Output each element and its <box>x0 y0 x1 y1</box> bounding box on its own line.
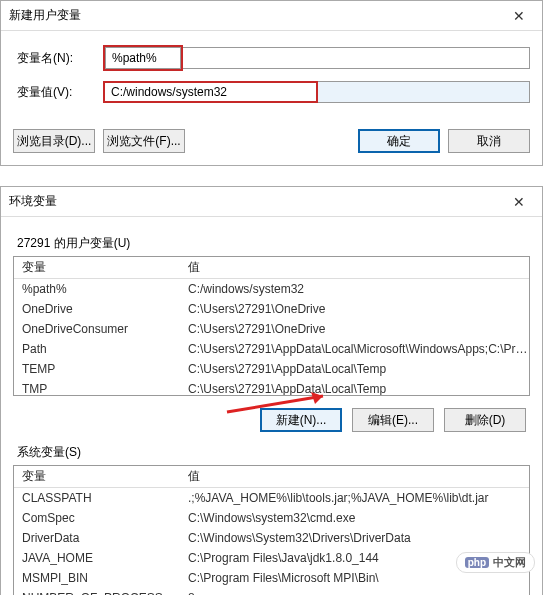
close-icon[interactable]: ✕ <box>504 194 534 210</box>
cell-var: TMP <box>14 382 184 396</box>
php-badge: php <box>465 557 489 568</box>
browse-dir-button[interactable]: 浏览目录(D)... <box>13 129 95 153</box>
ok-button[interactable]: 确定 <box>358 129 440 153</box>
cell-var: DriverData <box>14 531 184 545</box>
cell-var: TEMP <box>14 362 184 376</box>
table-row[interactable]: OneDriveC:\Users\27291\OneDrive <box>14 299 529 319</box>
new-button[interactable]: 新建(N)... <box>260 408 342 432</box>
cell-val: C:/windows/system32 <box>184 282 529 296</box>
col-var: 变量 <box>14 259 184 276</box>
cell-val: 8 <box>184 591 529 595</box>
new-user-var-dialog: 新建用户变量 ✕ 变量名(N): 变量值(V): 浏览目录(D)... 浏览文件… <box>0 0 543 166</box>
cell-val: C:\Users\27291\AppData\Local\Microsoft\W… <box>184 342 529 356</box>
cell-var: OneDrive <box>14 302 184 316</box>
cell-val: C:\Windows\system32\cmd.exe <box>184 511 529 525</box>
cell-var: JAVA_HOME <box>14 551 184 565</box>
delete-button[interactable]: 删除(D) <box>444 408 526 432</box>
var-value-input-highlight[interactable] <box>103 81 318 103</box>
logo-text: 中文网 <box>493 555 526 570</box>
table-row[interactable]: ComSpecC:\Windows\system32\cmd.exe <box>14 508 529 528</box>
table-row[interactable]: NUMBER_OF_PROCESSORS8 <box>14 588 529 595</box>
list-header: 变量 值 <box>14 466 529 488</box>
watermark-logo: php 中文网 <box>456 552 535 573</box>
col-val: 值 <box>184 468 529 485</box>
dialog-title: 新建用户变量 <box>9 7 81 24</box>
env-vars-dialog: 环境变量 ✕ 27291 的用户变量(U) 变量 值 %path%C:/wind… <box>0 186 543 595</box>
cell-var: Path <box>14 342 184 356</box>
titlebar: 环境变量 ✕ <box>1 187 542 217</box>
col-val: 值 <box>184 259 529 276</box>
table-row[interactable]: PathC:\Users\27291\AppData\Local\Microso… <box>14 339 529 359</box>
sys-vars-label: 系统变量(S) <box>17 444 530 461</box>
var-value-label: 变量值(V): <box>13 84 103 101</box>
sys-vars-list[interactable]: 变量 值 CLASSPATH.;%JAVA_HOME%\lib\tools.ja… <box>13 465 530 595</box>
user-vars-list[interactable]: 变量 值 %path%C:/windows/system32OneDriveC:… <box>13 256 530 396</box>
cell-val: C:\Program Files\Microsoft MPI\Bin\ <box>184 571 529 585</box>
edit-button[interactable]: 编辑(E)... <box>352 408 434 432</box>
user-vars-label: 27291 的用户变量(U) <box>17 235 530 252</box>
cell-var: %path% <box>14 282 184 296</box>
cancel-button[interactable]: 取消 <box>448 129 530 153</box>
cell-var: MSMPI_BIN <box>14 571 184 585</box>
cell-var: NUMBER_OF_PROCESSORS <box>14 591 184 595</box>
cell-val: C:\Users\27291\OneDrive <box>184 302 529 316</box>
table-row[interactable]: %path%C:/windows/system32 <box>14 279 529 299</box>
table-row[interactable]: CLASSPATH.;%JAVA_HOME%\lib\tools.jar;%JA… <box>14 488 529 508</box>
cell-val: C:\Windows\System32\Drivers\DriverData <box>184 531 529 545</box>
table-row[interactable]: DriverDataC:\Windows\System32\Drivers\Dr… <box>14 528 529 548</box>
table-row[interactable]: OneDriveConsumerC:\Users\27291\OneDrive <box>14 319 529 339</box>
browse-file-button[interactable]: 浏览文件(F)... <box>103 129 185 153</box>
col-var: 变量 <box>14 468 184 485</box>
dialog-title: 环境变量 <box>9 193 57 210</box>
cell-val: C:\Users\27291\OneDrive <box>184 322 529 336</box>
var-name-label: 变量名(N): <box>13 50 103 67</box>
titlebar: 新建用户变量 ✕ <box>1 1 542 31</box>
table-row[interactable]: JAVA_HOMEC:\Program Files\Java\jdk1.8.0_… <box>14 548 529 568</box>
cell-var: OneDriveConsumer <box>14 322 184 336</box>
var-name-input[interactable] <box>183 47 530 69</box>
table-row[interactable]: TEMPC:\Users\27291\AppData\Local\Temp <box>14 359 529 379</box>
table-row[interactable]: TMPC:\Users\27291\AppData\Local\Temp <box>14 379 529 396</box>
list-header: 变量 值 <box>14 257 529 279</box>
cell-val: .;%JAVA_HOME%\lib\tools.jar;%JAVA_HOME%\… <box>184 491 529 505</box>
cell-val: C:\Users\27291\AppData\Local\Temp <box>184 382 529 396</box>
cell-var: ComSpec <box>14 511 184 525</box>
table-row[interactable]: MSMPI_BINC:\Program Files\Microsoft MPI\… <box>14 568 529 588</box>
var-value-input[interactable] <box>318 81 530 103</box>
close-icon[interactable]: ✕ <box>504 8 534 24</box>
cell-val: C:\Users\27291\AppData\Local\Temp <box>184 362 529 376</box>
var-name-input-highlight[interactable] <box>105 47 181 69</box>
cell-var: CLASSPATH <box>14 491 184 505</box>
